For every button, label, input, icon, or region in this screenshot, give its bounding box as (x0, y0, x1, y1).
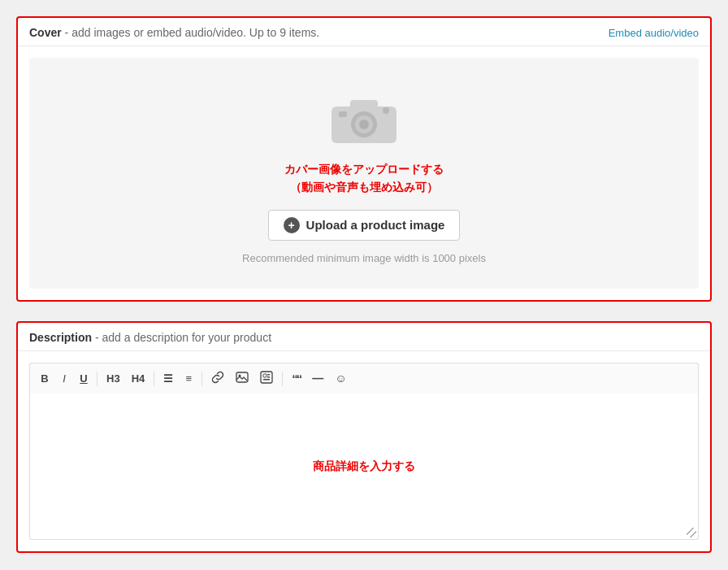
toolbar-separator-1 (97, 372, 98, 386)
description-body: B I U H3 H4 ☰ ≡ (29, 363, 699, 541)
toolbar-embed-button[interactable] (256, 368, 277, 389)
toolbar-separator-3 (202, 372, 202, 386)
svg-rect-11 (267, 374, 270, 376)
description-header: Description - add a description for your… (18, 323, 710, 351)
toolbar-image-button[interactable] (232, 368, 253, 389)
toolbar-hr-button[interactable]: — (308, 369, 327, 388)
svg-rect-7 (236, 372, 248, 382)
description-title-rest: - add a description for your product (92, 331, 271, 344)
description-section: Description - add a description for your… (16, 321, 712, 554)
svg-rect-12 (267, 376, 270, 378)
toolbar-blockquote-button[interactable]: ““ (288, 369, 305, 389)
editor-toolbar: B I U H3 H4 ☰ ≡ (29, 363, 699, 394)
toolbar-separator-2 (154, 372, 154, 386)
upload-product-image-button[interactable]: + Upload a product image (268, 210, 461, 241)
image-icon (236, 371, 249, 384)
resize-handle[interactable] (687, 528, 696, 537)
toolbar-link-button[interactable] (207, 368, 228, 389)
cover-title-bold: Cover (29, 26, 62, 39)
toolbar-h4-button[interactable]: H4 (128, 370, 150, 388)
cover-upload-area: カバー画像をアップロードする （動画や音声も埋め込み可） + Upload a … (29, 58, 699, 289)
toolbar-bold-button[interactable]: B (37, 370, 53, 388)
description-title-bold: Description (29, 331, 92, 344)
cover-title-rest: - add images or embed audio/video. Up to… (62, 26, 320, 39)
toolbar-ordered-list-button[interactable]: ≡ (180, 370, 197, 388)
svg-rect-13 (263, 379, 270, 381)
toolbar-bullet-list-button[interactable]: ☰ (159, 370, 177, 388)
svg-rect-5 (339, 111, 347, 117)
cover-header: Cover - add images or embed audio/video.… (18, 18, 710, 46)
toolbar-underline-button[interactable]: U (76, 370, 92, 388)
toolbar-italic-button[interactable]: I (56, 370, 72, 388)
svg-point-4 (359, 120, 369, 129)
cover-title: Cover - add images or embed audio/video.… (29, 26, 319, 39)
toolbar-h3-button[interactable]: H3 (102, 370, 124, 388)
upload-button-label: Upload a product image (306, 218, 445, 232)
svg-point-6 (383, 107, 389, 114)
svg-rect-1 (350, 100, 378, 110)
cover-jp-label: カバー画像をアップロードする （動画や音声も埋め込み可） (284, 160, 444, 197)
link-icon (211, 371, 224, 384)
toolbar-separator-4 (282, 372, 283, 386)
svg-rect-10 (263, 374, 266, 377)
description-jp-label: 商品詳細を入力する (313, 459, 415, 474)
camera-icon (327, 90, 401, 147)
upload-icon: + (284, 217, 300, 233)
recommended-size-text: Recommended minimum image width is 1000 … (242, 252, 486, 264)
cover-section: Cover - add images or embed audio/video.… (16, 16, 712, 302)
embed-icon (260, 371, 273, 384)
embed-audio-video-link[interactable]: Embed audio/video (609, 27, 699, 39)
description-title: Description - add a description for your… (29, 331, 271, 344)
toolbar-emoji-button[interactable]: ☺ (331, 369, 350, 388)
description-editor[interactable]: 商品詳細を入力する (29, 394, 699, 540)
